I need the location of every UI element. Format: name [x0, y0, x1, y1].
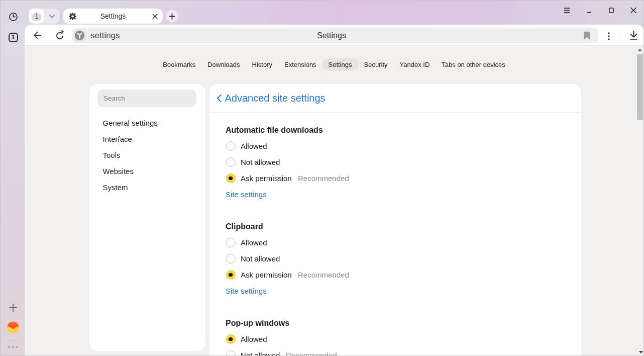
svg-text:1: 1: [35, 13, 38, 20]
